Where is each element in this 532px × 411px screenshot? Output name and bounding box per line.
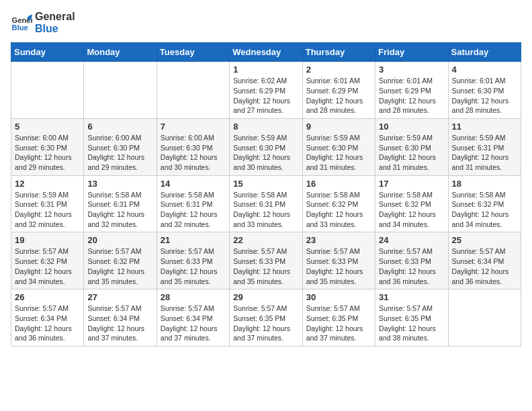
day-number: 25 bbox=[452, 235, 517, 245]
day-info: Sunrise: 5:57 AM Sunset: 6:34 PM Dayligh… bbox=[161, 304, 226, 343]
day-number: 23 bbox=[306, 235, 371, 245]
day-number: 15 bbox=[233, 179, 298, 189]
day-info: Sunrise: 5:57 AM Sunset: 6:33 PM Dayligh… bbox=[233, 246, 298, 286]
day-info: Sunrise: 5:57 AM Sunset: 6:32 PM Dayligh… bbox=[15, 246, 80, 286]
day-number: 31 bbox=[379, 292, 444, 302]
calendar-cell: 30Sunrise: 5:57 AM Sunset: 6:35 PM Dayli… bbox=[302, 289, 375, 347]
calendar-cell: 26Sunrise: 5:57 AM Sunset: 6:34 PM Dayli… bbox=[11, 289, 84, 347]
day-number: 5 bbox=[15, 122, 80, 132]
calendar-table: SundayMondayTuesdayWednesdayThursdayFrid… bbox=[11, 42, 521, 347]
calendar-cell bbox=[84, 62, 157, 119]
logo-blue: Blue bbox=[35, 23, 75, 35]
calendar-cell: 5Sunrise: 6:00 AM Sunset: 6:30 PM Daylig… bbox=[11, 118, 84, 175]
day-info: Sunrise: 5:57 AM Sunset: 6:33 PM Dayligh… bbox=[306, 246, 371, 286]
week-row-3: 12Sunrise: 5:59 AM Sunset: 6:31 PM Dayli… bbox=[11, 175, 521, 232]
day-number: 14 bbox=[161, 179, 226, 189]
day-info: Sunrise: 5:58 AM Sunset: 6:31 PM Dayligh… bbox=[233, 190, 298, 230]
day-number: 10 bbox=[379, 122, 444, 132]
calendar-cell: 28Sunrise: 5:57 AM Sunset: 6:34 PM Dayli… bbox=[157, 289, 229, 347]
week-row-2: 5Sunrise: 6:00 AM Sunset: 6:30 PM Daylig… bbox=[11, 118, 521, 175]
day-info: Sunrise: 5:57 AM Sunset: 6:34 PM Dayligh… bbox=[87, 304, 152, 343]
calendar-cell bbox=[448, 289, 521, 347]
calendar-cell: 9Sunrise: 5:59 AM Sunset: 6:30 PM Daylig… bbox=[302, 118, 375, 175]
day-number: 30 bbox=[306, 292, 371, 302]
calendar-cell: 10Sunrise: 5:59 AM Sunset: 6:30 PM Dayli… bbox=[375, 118, 448, 175]
day-number: 16 bbox=[306, 179, 371, 189]
day-info: Sunrise: 5:58 AM Sunset: 6:32 PM Dayligh… bbox=[306, 190, 371, 230]
day-number: 29 bbox=[233, 292, 298, 302]
day-number: 9 bbox=[306, 122, 371, 132]
calendar-cell: 24Sunrise: 5:57 AM Sunset: 6:33 PM Dayli… bbox=[375, 232, 448, 289]
day-number: 24 bbox=[379, 235, 444, 245]
calendar-header: SundayMondayTuesdayWednesdayThursdayFrid… bbox=[11, 43, 521, 62]
day-number: 21 bbox=[161, 235, 226, 245]
day-header-saturday: Saturday bbox=[448, 43, 521, 62]
day-info: Sunrise: 5:59 AM Sunset: 6:30 PM Dayligh… bbox=[233, 133, 298, 173]
day-number: 18 bbox=[452, 179, 517, 189]
day-number: 6 bbox=[87, 122, 152, 132]
calendar-cell bbox=[157, 62, 229, 119]
day-info: Sunrise: 5:59 AM Sunset: 6:30 PM Dayligh… bbox=[379, 133, 444, 173]
day-number: 19 bbox=[15, 235, 80, 245]
day-info: Sunrise: 5:57 AM Sunset: 6:33 PM Dayligh… bbox=[379, 246, 444, 286]
calendar-cell: 22Sunrise: 5:57 AM Sunset: 6:33 PM Dayli… bbox=[230, 232, 302, 289]
day-number: 7 bbox=[161, 122, 226, 132]
day-header-monday: Monday bbox=[84, 43, 157, 62]
day-header-wednesday: Wednesday bbox=[230, 43, 302, 62]
calendar-cell bbox=[11, 62, 84, 119]
calendar-cell: 21Sunrise: 5:57 AM Sunset: 6:33 PM Dayli… bbox=[157, 232, 229, 289]
calendar-cell: 2Sunrise: 6:01 AM Sunset: 6:29 PM Daylig… bbox=[302, 62, 375, 119]
day-info: Sunrise: 5:58 AM Sunset: 6:31 PM Dayligh… bbox=[87, 190, 152, 230]
day-number: 28 bbox=[161, 292, 226, 302]
calendar-body: 1Sunrise: 6:02 AM Sunset: 6:29 PM Daylig… bbox=[11, 62, 521, 347]
day-info: Sunrise: 5:58 AM Sunset: 6:32 PM Dayligh… bbox=[452, 190, 517, 230]
calendar-cell: 18Sunrise: 5:58 AM Sunset: 6:32 PM Dayli… bbox=[448, 175, 521, 232]
day-info: Sunrise: 6:00 AM Sunset: 6:30 PM Dayligh… bbox=[87, 133, 152, 173]
calendar-cell: 1Sunrise: 6:02 AM Sunset: 6:29 PM Daylig… bbox=[230, 62, 302, 119]
day-info: Sunrise: 5:57 AM Sunset: 6:34 PM Dayligh… bbox=[15, 304, 80, 343]
day-info: Sunrise: 6:01 AM Sunset: 6:29 PM Dayligh… bbox=[306, 76, 371, 116]
day-number: 13 bbox=[87, 179, 152, 189]
day-header-friday: Friday bbox=[375, 43, 448, 62]
calendar-cell: 19Sunrise: 5:57 AM Sunset: 6:32 PM Dayli… bbox=[11, 232, 84, 289]
calendar-cell: 11Sunrise: 5:59 AM Sunset: 6:31 PM Dayli… bbox=[448, 118, 521, 175]
day-number: 20 bbox=[87, 235, 152, 245]
day-number: 26 bbox=[15, 292, 80, 302]
day-header-tuesday: Tuesday bbox=[157, 43, 229, 62]
day-info: Sunrise: 5:58 AM Sunset: 6:31 PM Dayligh… bbox=[161, 190, 226, 230]
day-header-sunday: Sunday bbox=[11, 43, 84, 62]
day-number: 3 bbox=[379, 64, 444, 75]
calendar-cell: 7Sunrise: 6:00 AM Sunset: 6:30 PM Daylig… bbox=[157, 118, 229, 175]
day-info: Sunrise: 6:00 AM Sunset: 6:30 PM Dayligh… bbox=[15, 133, 80, 173]
calendar-cell: 27Sunrise: 5:57 AM Sunset: 6:34 PM Dayli… bbox=[84, 289, 157, 347]
calendar-cell: 14Sunrise: 5:58 AM Sunset: 6:31 PM Dayli… bbox=[157, 175, 229, 232]
week-row-5: 26Sunrise: 5:57 AM Sunset: 6:34 PM Dayli… bbox=[11, 289, 521, 347]
day-header-thursday: Thursday bbox=[302, 43, 375, 62]
day-number: 12 bbox=[15, 179, 80, 189]
calendar-cell: 20Sunrise: 5:57 AM Sunset: 6:32 PM Dayli… bbox=[84, 232, 157, 289]
day-info: Sunrise: 5:57 AM Sunset: 6:35 PM Dayligh… bbox=[379, 304, 444, 343]
calendar-cell: 15Sunrise: 5:58 AM Sunset: 6:31 PM Dayli… bbox=[230, 175, 302, 232]
day-number: 22 bbox=[233, 235, 298, 245]
page-header: General Blue General Blue bbox=[11, 11, 521, 34]
calendar-cell: 8Sunrise: 5:59 AM Sunset: 6:30 PM Daylig… bbox=[230, 118, 302, 175]
calendar-cell: 3Sunrise: 6:01 AM Sunset: 6:29 PM Daylig… bbox=[375, 62, 448, 119]
calendar-cell: 23Sunrise: 5:57 AM Sunset: 6:33 PM Dayli… bbox=[302, 232, 375, 289]
day-info: Sunrise: 6:02 AM Sunset: 6:29 PM Dayligh… bbox=[233, 76, 298, 116]
day-info: Sunrise: 5:57 AM Sunset: 6:32 PM Dayligh… bbox=[87, 246, 152, 286]
header-row: SundayMondayTuesdayWednesdayThursdayFrid… bbox=[11, 43, 521, 62]
calendar-cell: 31Sunrise: 5:57 AM Sunset: 6:35 PM Dayli… bbox=[375, 289, 448, 347]
day-info: Sunrise: 5:57 AM Sunset: 6:34 PM Dayligh… bbox=[452, 246, 517, 286]
day-info: Sunrise: 5:58 AM Sunset: 6:32 PM Dayligh… bbox=[379, 190, 444, 230]
logo-icon: General Blue bbox=[11, 12, 32, 34]
day-info: Sunrise: 5:57 AM Sunset: 6:35 PM Dayligh… bbox=[306, 304, 371, 343]
day-info: Sunrise: 5:57 AM Sunset: 6:35 PM Dayligh… bbox=[233, 304, 298, 343]
day-info: Sunrise: 5:59 AM Sunset: 6:31 PM Dayligh… bbox=[15, 190, 80, 230]
day-info: Sunrise: 6:00 AM Sunset: 6:30 PM Dayligh… bbox=[161, 133, 226, 173]
calendar-cell: 25Sunrise: 5:57 AM Sunset: 6:34 PM Dayli… bbox=[448, 232, 521, 289]
calendar-cell: 12Sunrise: 5:59 AM Sunset: 6:31 PM Dayli… bbox=[11, 175, 84, 232]
day-info: Sunrise: 5:59 AM Sunset: 6:31 PM Dayligh… bbox=[452, 133, 517, 173]
day-info: Sunrise: 5:57 AM Sunset: 6:33 PM Dayligh… bbox=[161, 246, 226, 286]
calendar-cell: 16Sunrise: 5:58 AM Sunset: 6:32 PM Dayli… bbox=[302, 175, 375, 232]
calendar-cell: 13Sunrise: 5:58 AM Sunset: 6:31 PM Dayli… bbox=[84, 175, 157, 232]
